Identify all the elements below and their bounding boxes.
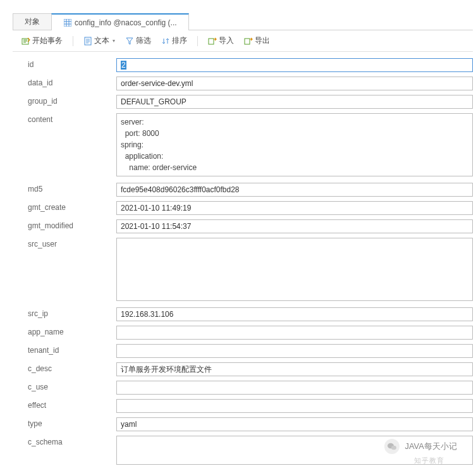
type-field[interactable]	[116, 417, 473, 431]
svg-point-10	[391, 446, 396, 450]
start-transaction-button[interactable]: 开始事务	[19, 34, 65, 47]
field-label-effect: effect	[28, 399, 116, 410]
watermark: JAVA每天小记	[384, 439, 457, 454]
sort-icon	[161, 37, 170, 46]
id-value: 2	[121, 61, 126, 70]
field-label-src-user: src_user	[28, 238, 116, 249]
toolbar-label: 文本	[94, 35, 109, 46]
svg-rect-7	[209, 39, 214, 44]
tab-config-info[interactable]: config_info @nacos_config (...	[51, 13, 189, 30]
c-desc-field[interactable]	[116, 362, 473, 376]
field-label-id: id	[28, 58, 116, 69]
filter-icon	[125, 37, 134, 46]
toolbar-label: 排序	[172, 35, 187, 46]
transaction-icon	[21, 37, 30, 46]
watermark-sub: 知乎教育	[414, 456, 444, 465]
field-label-content: content	[28, 113, 116, 124]
field-label-src-ip: src_ip	[28, 307, 116, 318]
field-label-type: type	[28, 417, 116, 428]
svg-rect-8	[245, 39, 250, 44]
toolbar-label: 开始事务	[32, 35, 63, 46]
watermark-text: JAVA每天小记	[405, 441, 457, 452]
field-label-tenant-id: tenant_id	[28, 344, 116, 355]
app-name-field[interactable]	[116, 326, 473, 340]
field-label-gmt-create: gmt_create	[28, 201, 116, 212]
wechat-icon	[384, 439, 400, 454]
document-icon	[83, 37, 92, 46]
export-button[interactable]: 导出	[241, 34, 272, 47]
content-field[interactable]: server: port: 8000 spring: application: …	[116, 113, 473, 176]
src-user-field[interactable]	[116, 238, 473, 301]
field-label-gmt-modified: gmt_modified	[28, 219, 116, 230]
record-form: id 2 data_id group_id content server: po…	[13, 52, 473, 473]
effect-field[interactable]	[116, 399, 473, 413]
separator	[197, 36, 198, 46]
md5-field[interactable]	[116, 183, 473, 197]
sort-button[interactable]: 排序	[159, 34, 190, 47]
tab-objects[interactable]: 对象	[13, 13, 52, 30]
svg-rect-0	[64, 19, 71, 27]
src-ip-field[interactable]	[116, 307, 473, 321]
toolbar-label: 筛选	[136, 35, 151, 46]
import-icon	[208, 37, 217, 46]
gmt-modified-field[interactable]	[116, 219, 473, 233]
field-label-c-use: c_use	[28, 381, 116, 391]
import-button[interactable]: 导入	[205, 34, 236, 47]
field-label-group-id: group_id	[28, 95, 116, 106]
text-dropdown[interactable]: 文本	[81, 34, 118, 47]
gmt-create-field[interactable]	[116, 201, 473, 215]
field-label-data-id: data_id	[28, 77, 116, 87]
tab-label: config_info @nacos_config (...	[75, 18, 177, 27]
toolbar-label: 导入	[219, 35, 234, 46]
field-label-c-schema: c_schema	[28, 436, 116, 446]
svg-rect-6	[85, 37, 91, 45]
separator	[73, 36, 73, 46]
group-id-field[interactable]	[116, 95, 473, 109]
tenant-id-field[interactable]	[116, 344, 473, 358]
tab-bar: 对象 config_info @nacos_config (...	[13, 13, 473, 30]
toolbar-label: 导出	[255, 35, 270, 46]
toolbar: 开始事务 文本 筛选 排序 导入	[13, 30, 473, 52]
field-label-app-name: app_name	[28, 326, 116, 336]
data-id-field[interactable]	[116, 77, 473, 90]
field-label-md5: md5	[28, 183, 116, 194]
field-label-c-desc: c_desc	[28, 362, 116, 373]
id-field[interactable]: 2	[116, 58, 473, 72]
tab-label: 对象	[25, 16, 40, 27]
c-use-field[interactable]	[116, 381, 473, 395]
export-icon	[244, 37, 253, 46]
filter-button[interactable]: 筛选	[123, 34, 154, 47]
table-icon	[63, 18, 72, 27]
